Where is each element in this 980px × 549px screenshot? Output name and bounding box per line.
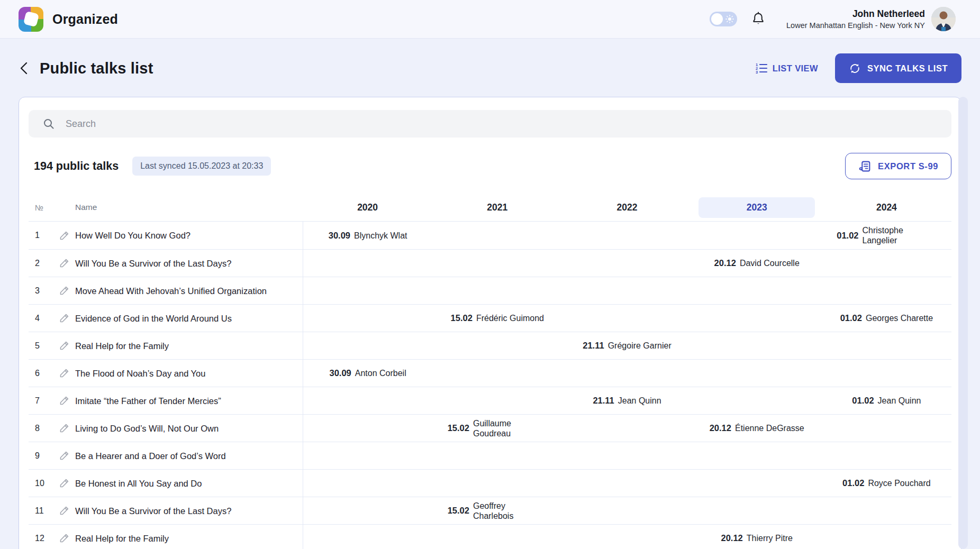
user-block: John Netherleed Lower Manhattan English …	[786, 8, 925, 30]
year-tab-2020[interactable]: 2020	[357, 202, 378, 213]
talk-cell-2021: 15.02Frédéric Guimond	[432, 305, 562, 332]
table-row: 3 Move Ahead With Jehovah’s Unified Orga…	[29, 277, 951, 304]
talk-name: How Well Do You Know God?	[75, 230, 287, 241]
export-s99-button[interactable]: EXPORT S-99	[845, 153, 951, 179]
talk-date: 20.12	[714, 258, 736, 268]
year-tab-2021[interactable]: 2021	[487, 202, 507, 213]
talk-name: Real Help for the Family	[75, 341, 287, 351]
talk-number: 1	[29, 231, 53, 240]
table-header-row: № Name 20202021202220232024	[29, 194, 951, 222]
edit-talk-button[interactable]	[53, 470, 75, 497]
edit-talk-button[interactable]	[53, 387, 75, 414]
talk-cell-2021	[432, 250, 562, 277]
notifications-button[interactable]	[751, 12, 765, 26]
avatar-photo	[931, 7, 956, 31]
speaker-name: Grégoire Garnier	[608, 341, 672, 351]
talk-cell-2022: 21.11Jean Quinn	[562, 387, 692, 414]
talk-date: 20.12	[710, 423, 731, 433]
talk-date: 01.02	[842, 478, 864, 488]
talk-cell-2023	[692, 497, 822, 524]
edit-talk-button[interactable]	[53, 277, 75, 304]
talk-cell-2024	[822, 277, 951, 304]
edit-talk-button[interactable]	[53, 332, 75, 359]
back-button[interactable]	[19, 59, 34, 78]
edit-talk-button[interactable]	[53, 497, 75, 524]
talk-number: 4	[29, 314, 53, 323]
talk-number: 6	[29, 369, 53, 378]
speaker-name: Jean Quinn	[878, 396, 921, 406]
edit-talk-button[interactable]	[53, 222, 75, 249]
name-column-header: Name	[75, 203, 303, 212]
talk-date: 21.11	[583, 341, 604, 351]
talk-cell-2020	[303, 470, 432, 497]
page-title: Public talks list	[40, 60, 153, 77]
talk-cell-2020: 30.09Anton Corbeil	[303, 360, 432, 387]
year-tab-2022[interactable]: 2022	[617, 202, 638, 213]
year-tab-2024[interactable]: 2024	[876, 202, 897, 213]
speaker-name: David Courcelle	[740, 258, 800, 268]
list-view-button[interactable]: 123 LIST VIEW	[755, 62, 818, 75]
talk-cell-2020	[303, 497, 432, 524]
pencil-icon	[59, 230, 70, 241]
talk-cell-2024	[822, 360, 951, 387]
talk-cell-2024: 01.02Jean Quinn	[822, 387, 951, 414]
pencil-icon	[59, 285, 70, 296]
talk-cell-2023	[692, 442, 822, 469]
speaker-name: Guillaume Goudreau	[473, 418, 547, 438]
talk-cell-2021	[432, 442, 562, 469]
talk-cell-2022	[562, 222, 692, 249]
talk-cell-2023	[692, 360, 822, 387]
talk-cell-2024	[822, 332, 951, 359]
talk-name: Will You Be a Survivor of the Last Days?	[75, 258, 287, 269]
list-view-label: LIST VIEW	[773, 63, 818, 74]
edit-talk-button[interactable]	[53, 305, 75, 332]
edit-talk-button[interactable]	[53, 250, 75, 277]
speaker-name: Blynchyk Wlat	[354, 231, 407, 241]
talk-cell-2020	[303, 305, 432, 332]
avatar[interactable]	[931, 7, 956, 31]
talk-cell-2023	[692, 222, 822, 249]
talk-cell-2024: 01.02Royce Pouchard	[822, 470, 951, 497]
number-column-header: №	[29, 203, 53, 212]
talk-cell-2020	[303, 387, 432, 414]
edit-talk-button[interactable]	[53, 442, 75, 469]
pencil-icon	[59, 505, 70, 516]
talk-cell-2023	[692, 470, 822, 497]
talk-date: 15.02	[448, 423, 469, 433]
sync-talks-button[interactable]: SYNC TALKS LIST	[835, 53, 961, 83]
vertical-scrollbar[interactable]	[958, 97, 968, 549]
talk-name: Imitate “the Father of Tender Mercies”	[75, 396, 287, 406]
table-row: 5 Real Help for the Family21.11Grégoire …	[29, 332, 951, 359]
talk-number: 3	[29, 286, 53, 296]
talk-cell-2024	[822, 525, 951, 549]
year-tab-2023[interactable]: 2023	[698, 197, 815, 218]
app-name: Organized	[52, 12, 118, 27]
app-header: Organized John Netherleed	[0, 0, 980, 39]
talk-cell-2023: 20.12Thierry Pitre	[692, 525, 822, 549]
talk-date: 15.02	[451, 313, 473, 323]
talk-cell-2022	[562, 415, 692, 442]
search-input[interactable]	[66, 118, 941, 130]
talk-cell-2022	[562, 497, 692, 524]
pencil-icon	[59, 258, 70, 269]
talk-cell-2020	[303, 250, 432, 277]
speaker-name: Christophe Langelier	[863, 225, 937, 245]
edit-talk-button[interactable]	[53, 360, 75, 387]
talk-name: Evidence of God in the World Around Us	[75, 313, 287, 324]
table-row: 7 Imitate “the Father of Tender Mercies”…	[29, 387, 951, 414]
talk-number: 5	[29, 341, 53, 351]
edit-talk-button[interactable]	[53, 525, 75, 549]
talk-cell-2020	[303, 332, 432, 359]
talk-cell-2023: 20.12David Courcelle	[692, 250, 822, 277]
theme-toggle[interactable]	[710, 12, 737, 26]
talk-number: 7	[29, 396, 53, 406]
talk-number: 2	[29, 259, 53, 268]
talk-cell-2021: 15.02Guillaume Goudreau	[432, 415, 562, 442]
export-s99-label: EXPORT S-99	[878, 161, 938, 171]
talks-table: № Name 20202021202220232024 1 How Well D…	[29, 194, 951, 549]
talk-date: 21.11	[593, 396, 614, 406]
edit-talk-button[interactable]	[53, 415, 75, 442]
talk-date: 15.02	[448, 506, 469, 516]
talk-cell-2021	[432, 222, 562, 249]
talk-cell-2021	[432, 332, 562, 359]
